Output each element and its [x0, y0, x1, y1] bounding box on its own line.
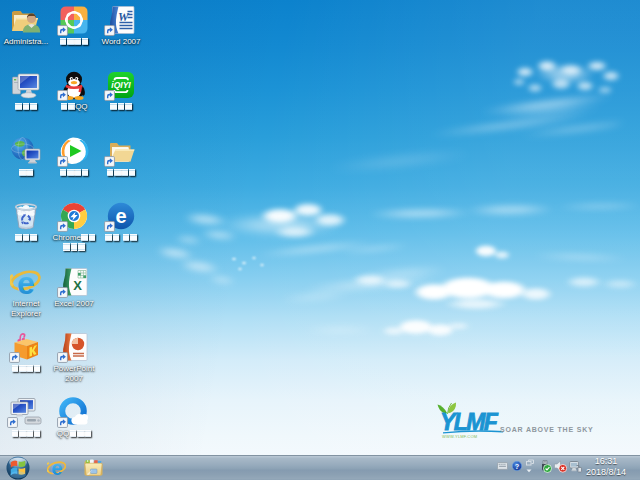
svg-text:?: ?	[515, 462, 520, 471]
svg-text:WWW.YLMF.COM: WWW.YLMF.COM	[442, 434, 477, 439]
svg-text:SOAR ABOVE THE SKY: SOAR ABOVE THE SKY	[500, 426, 594, 433]
svg-text:e: e	[115, 205, 126, 227]
svg-text:e: e	[17, 267, 35, 297]
svg-text:e: e	[51, 458, 62, 478]
svg-text:X: X	[73, 278, 82, 293]
svg-text:iQIYI: iQIYI	[111, 80, 131, 90]
